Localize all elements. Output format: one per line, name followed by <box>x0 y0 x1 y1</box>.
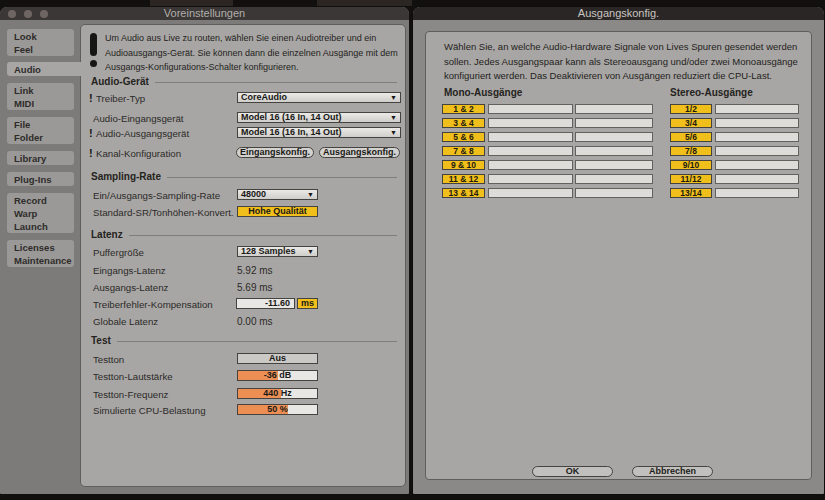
section-audio-device: Audio-Gerät <box>91 76 397 87</box>
desktop-artifact-right <box>317 0 412 6</box>
mono-output-slot[interactable] <box>575 104 653 114</box>
driver-error-unit[interactable]: ms <box>297 298 318 309</box>
stereo-pair-button[interactable]: 1/2 <box>670 104 712 114</box>
section-test: Test <box>91 335 397 346</box>
stereo-output-slot[interactable] <box>715 174 799 184</box>
changed-marker: ! <box>89 148 93 159</box>
sidebar-tab-look-feel[interactable]: Look Feel <box>7 29 74 56</box>
stereo-pair-button[interactable]: 7/8 <box>670 146 712 156</box>
output-config-dialog: Ausgangskonfig. Wählen Sie, an welche Au… <box>413 7 824 494</box>
sidebar-tab-file-folder[interactable]: File Folder <box>7 117 74 144</box>
stereo-outputs-header: Stereo-Ausgänge <box>670 87 753 98</box>
test-tone-button[interactable]: Aus <box>237 353 318 364</box>
mono-output-slot[interactable] <box>488 188 573 198</box>
test-frequency-slider[interactable]: 440 Hz <box>237 388 318 399</box>
output-latency-value: 5.69 ms <box>237 282 273 293</box>
stereo-output-slot[interactable] <box>715 118 799 128</box>
mono-output-slot[interactable] <box>575 132 653 142</box>
mono-output-slot[interactable] <box>575 174 653 184</box>
section-sampling-rate: Sampling-Rate <box>91 171 397 182</box>
cancel-button[interactable]: Abbrechen <box>632 466 713 477</box>
buffer-size-dropdown[interactable]: 128 Samples▼ <box>237 246 318 257</box>
sampling-rate-dropdown[interactable]: 48000▼ <box>237 189 318 200</box>
preferences-window: Voreinstellungen Look Feel Audio Link MI… <box>0 7 409 494</box>
changed-marker: ! <box>89 93 93 104</box>
minimize-button[interactable] <box>24 10 32 18</box>
overall-latency-label: Globale Latenz <box>93 316 158 327</box>
ok-button[interactable]: OK <box>532 466 613 477</box>
input-device-dropdown[interactable]: Model 16 (16 In, 14 Out)▼ <box>237 112 401 123</box>
output-config-titlebar[interactable]: Ausgangskonfig. <box>413 7 824 20</box>
desktop-artifact-left <box>150 0 233 6</box>
mono-output-slot[interactable] <box>488 104 573 114</box>
chevron-down-icon: ▼ <box>390 114 397 121</box>
test-volume-label: Testton-Lautstärke <box>93 371 173 382</box>
close-button[interactable] <box>8 10 16 18</box>
dialog-title: Ausgangskonfig. <box>578 7 659 19</box>
mono-output-slot[interactable] <box>488 160 573 170</box>
mono-pair-button[interactable]: 7 & 8 <box>442 146 485 156</box>
sidebar-tab-link-midi[interactable]: Link MIDI <box>7 83 74 110</box>
stereo-output-slot[interactable] <box>715 146 799 156</box>
mono-pair-button[interactable]: 11 & 12 <box>442 174 485 184</box>
stereo-output-slot[interactable] <box>715 104 799 114</box>
mono-pair-button[interactable]: 3 & 4 <box>442 118 485 128</box>
stereo-output-slot[interactable] <box>715 160 799 170</box>
cpu-load-label: Simulierte CPU-Belastung <box>93 405 206 416</box>
output-device-dropdown[interactable]: Model 16 (16 In, 14 Out)▼ <box>237 127 401 138</box>
mono-output-slot[interactable] <box>575 188 653 198</box>
mono-output-slot[interactable] <box>575 118 653 128</box>
input-latency-label: Eingangs-Latenz <box>93 265 166 276</box>
chevron-down-icon: ▼ <box>307 248 314 255</box>
mono-pair-button[interactable]: 5 & 6 <box>442 132 485 142</box>
info-icon <box>90 33 97 67</box>
sr-convert-toggle[interactable]: Hohe Qualität <box>237 206 318 217</box>
driver-type-dropdown[interactable]: CoreAudio▼ <box>237 92 401 103</box>
output-config-button[interactable]: Ausgangskonfig. <box>319 147 400 158</box>
test-frequency-label: Testton-Frequenz <box>93 389 168 400</box>
mono-pair-button[interactable]: 1 & 2 <box>442 104 485 114</box>
sidebar-tab-plugins[interactable]: Plug-Ins <box>7 172 74 186</box>
input-latency-value: 5.92 ms <box>237 265 273 276</box>
stereo-pair-button[interactable]: 11/12 <box>670 174 712 184</box>
stereo-pair-button[interactable]: 9/10 <box>670 160 712 170</box>
driver-error-input[interactable]: -11.60 <box>236 298 295 309</box>
cpu-load-slider[interactable]: 50 % <box>237 404 318 415</box>
mono-pair-button[interactable]: 13 & 14 <box>442 188 485 198</box>
sr-convert-label: Standard-SR/Tonhöhen-Konvert. <box>93 207 234 218</box>
driver-type-label: Treiber-Typ <box>96 93 145 104</box>
stereo-output-slot[interactable] <box>715 132 799 142</box>
chevron-down-icon: ▼ <box>390 94 397 101</box>
stereo-output-slot[interactable] <box>715 188 799 198</box>
info-text: Um Audio aus Live zu routen, wählen Sie … <box>105 31 407 75</box>
mono-output-slot[interactable] <box>488 174 573 184</box>
output-device-label: Audio-Ausgangsgerät <box>96 128 189 139</box>
mono-output-slot[interactable] <box>575 160 653 170</box>
stereo-pair-button[interactable]: 13/14 <box>670 188 712 198</box>
window-title: Voreinstellungen <box>164 7 245 19</box>
output-config-description: Wählen Sie, an welche Audio-Hardware Sig… <box>444 40 814 84</box>
mono-output-slot[interactable] <box>488 132 573 142</box>
input-config-button[interactable]: Eingangskonfig. <box>236 147 314 158</box>
sampling-rate-label: Ein/Ausgangs-Sampling-Rate <box>93 190 220 201</box>
channel-config-label: Kanal-Konfiguration <box>96 148 181 159</box>
sidebar-tab-licenses-maintenance[interactable]: Licenses Maintenance <box>7 240 74 267</box>
mono-output-slot[interactable] <box>575 146 653 156</box>
test-volume-slider[interactable]: -36 dB <box>237 370 318 381</box>
sidebar-tab-library[interactable]: Library <box>7 151 74 165</box>
mono-output-slot[interactable] <box>488 146 573 156</box>
stereo-pair-button[interactable]: 5/6 <box>670 132 712 142</box>
mono-pair-button[interactable]: 9 & 10 <box>442 160 485 170</box>
buffer-size-label: Puffergröße <box>93 247 144 258</box>
overall-latency-value: 0.00 ms <box>237 316 273 327</box>
audio-settings-panel: Um Audio aus Live zu routen, wählen Sie … <box>80 24 406 487</box>
test-tone-label: Testton <box>93 354 124 365</box>
mono-outputs-header: Mono-Ausgänge <box>444 87 522 98</box>
driver-error-label: Treiberfehler-Kompensation <box>93 299 213 310</box>
sidebar-tab-audio[interactable]: Audio <box>7 62 82 76</box>
zoom-button[interactable] <box>40 10 48 18</box>
preferences-titlebar[interactable]: Voreinstellungen <box>0 7 409 20</box>
sidebar-tab-record-warp-launch[interactable]: Record Warp Launch <box>7 193 74 233</box>
stereo-pair-button[interactable]: 3/4 <box>670 118 712 128</box>
mono-output-slot[interactable] <box>488 118 573 128</box>
